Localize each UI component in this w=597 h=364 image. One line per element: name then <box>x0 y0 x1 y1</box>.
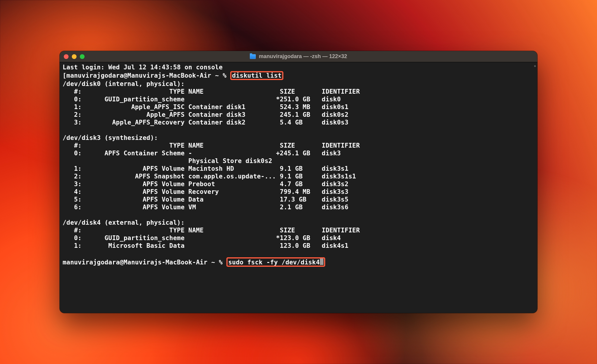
prompt-line-1: [manuvirajgodara@Manuvirajs-MacBook-Air … <box>63 72 283 79</box>
last-login-line: Last login: Wed Jul 12 14:43:58 on conso… <box>63 64 223 71</box>
minimize-button[interactable] <box>72 54 77 59</box>
table-row: 1: APFS Volume Macintosh HD 9.1 GB disk3… <box>63 165 348 172</box>
table-row: 1: Microsoft Basic Data 123.0 GB disk4s1 <box>63 242 348 249</box>
text-cursor <box>320 258 323 265</box>
terminal-output[interactable]: Last login: Wed Jul 12 14:43:58 on conso… <box>63 63 534 267</box>
table-row: 6: APFS Volume VM 2.1 GB disk3s6 <box>63 204 348 211</box>
table-row: 2: APFS Snapshot com.apple.os.update-...… <box>63 173 356 180</box>
window-title: manuvirajgodara — -zsh — 122×32 <box>60 53 537 60</box>
disk0-columns: #: TYPE NAME SIZE IDENTIFIER <box>63 88 360 95</box>
prompt-line-2[interactable]: manuvirajgodara@Manuvirajs-MacBook-Air ~… <box>63 259 325 266</box>
table-row: 4: APFS Volume Recovery 799.4 MB disk3s3 <box>63 188 348 195</box>
table-row: 3: APFS Volume Preboot 4.7 GB disk3s2 <box>63 181 348 188</box>
table-row: 5: APFS Volume Data 17.3 GB disk3s5 <box>63 196 348 203</box>
window-controls <box>64 54 85 59</box>
disk3-header: /dev/disk3 (synthesized): <box>63 134 158 141</box>
terminal-viewport[interactable]: Last login: Wed Jul 12 14:43:58 on conso… <box>60 62 537 313</box>
scrollbar-marker <box>534 65 536 67</box>
highlighted-command-2: sudo fsck -fy /dev/disk4 <box>226 257 325 267</box>
disk0-header: /dev/disk0 (internal, physical): <box>63 80 185 87</box>
disk4-header: /dev/disk4 (external, physical): <box>63 219 185 226</box>
table-row: 0: GUID_partition_scheme *251.0 GB disk0 <box>63 96 341 103</box>
close-button[interactable] <box>64 54 69 59</box>
folder-icon <box>250 54 256 59</box>
scrollbar[interactable] <box>534 63 536 312</box>
window-title-text: manuvirajgodara — -zsh — 122×32 <box>259 53 347 60</box>
table-row: 2: Apple_APFS Container disk3 245.1 GB d… <box>63 111 348 118</box>
table-row: 0: APFS Container Scheme - +245.1 GB dis… <box>63 150 341 157</box>
table-row: 3: Apple_APFS_Recovery Container disk2 5… <box>63 119 348 126</box>
table-row: 1: Apple_APFS_ISC Container disk1 524.3 … <box>63 103 348 111</box>
titlebar[interactable]: manuvirajgodara — -zsh — 122×32 <box>60 51 537 62</box>
zoom-button[interactable] <box>80 54 85 59</box>
disk3-columns: #: TYPE NAME SIZE IDENTIFIER <box>63 142 360 149</box>
table-row: Physical Store disk0s2 <box>63 157 272 165</box>
terminal-window: manuvirajgodara — -zsh — 122×32 Last log… <box>60 51 537 313</box>
table-row: 0: GUID_partition_scheme *123.0 GB disk4 <box>63 234 341 242</box>
disk4-columns: #: TYPE NAME SIZE IDENTIFIER <box>63 227 360 234</box>
highlighted-command-1: diskutil list <box>230 71 283 80</box>
